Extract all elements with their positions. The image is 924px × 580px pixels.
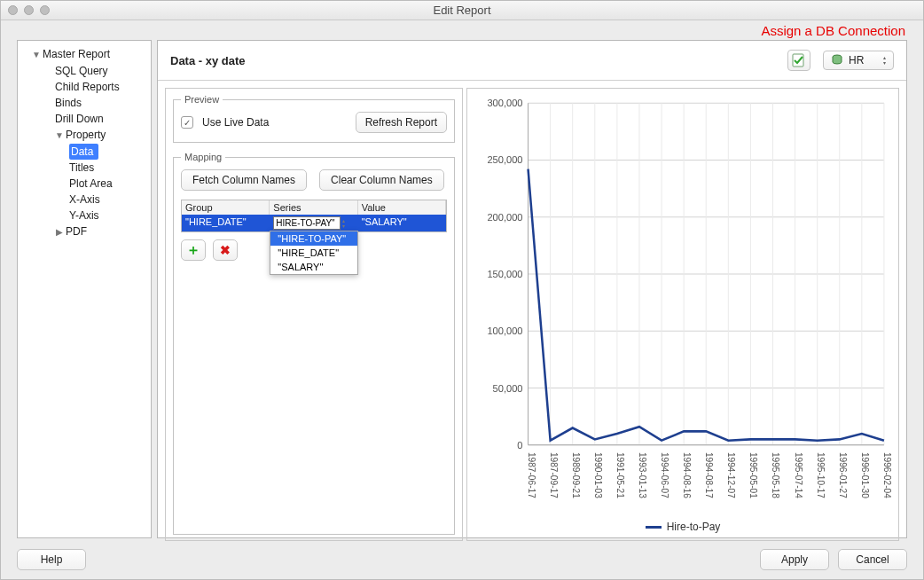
tree-item-label: Data	[69, 144, 98, 160]
tree-item-label: Binds	[55, 97, 82, 109]
minimize-window-icon[interactable]	[24, 5, 34, 15]
mapping-legend: Mapping	[181, 152, 225, 162]
page-title: Data - xy date	[170, 54, 246, 67]
tree-item[interactable]: ▼Master Report	[20, 46, 149, 63]
fetch-column-names-button[interactable]: Fetch Column Names	[181, 169, 307, 191]
svg-text:300,000: 300,000	[487, 98, 522, 108]
svg-text:250,000: 250,000	[487, 154, 522, 165]
chevron-right-icon: ▶	[55, 224, 64, 240]
tree-item[interactable]: ▼Property	[20, 127, 149, 144]
svg-text:1989-09-21: 1989-09-21	[571, 452, 581, 498]
svg-text:0: 0	[517, 440, 522, 451]
series-combo-stepper-icon[interactable]: ▴▾	[342, 218, 345, 229]
main-panel: Data - xy date HR ▴▾	[157, 40, 907, 538]
window-title: Edit Report	[1, 4, 923, 17]
svg-text:1994-06-07: 1994-06-07	[660, 452, 670, 498]
chevron-down-icon: ▼	[32, 47, 41, 63]
column-header-series: Series	[270, 200, 357, 215]
mapping-row-series[interactable]: HIRE-TO-PAY" ▴▾ "HIRE-TO-PAY""HIRE_DATE"…	[270, 215, 357, 231]
dropdown-option[interactable]: "SALARY"	[270, 260, 357, 274]
plus-icon: ＋	[186, 241, 200, 260]
series-combo-input[interactable]: HIRE-TO-PAY"	[273, 216, 341, 230]
preview-group: Preview ✓ Use Live Data Refresh Report	[173, 94, 455, 143]
tree-item[interactable]: Child Reports	[20, 79, 149, 95]
config-pane: Preview ✓ Use Live Data Refresh Report M…	[165, 88, 463, 541]
svg-text:1995-05-01: 1995-05-01	[748, 452, 758, 498]
zoom-window-icon[interactable]	[40, 5, 50, 15]
validate-button[interactable]	[787, 50, 810, 71]
tree-item-label: Plot Area	[69, 177, 113, 190]
svg-text:200,000: 200,000	[487, 212, 522, 223]
window-controls[interactable]	[1, 5, 50, 15]
db-connection-label: HR	[849, 54, 864, 67]
tree-item-label: SQL Query	[55, 65, 108, 77]
legend-swatch-icon	[646, 526, 662, 529]
tree-item[interactable]: Plot Area	[20, 176, 149, 192]
svg-text:1987-09-17: 1987-09-17	[549, 452, 559, 498]
svg-text:50,000: 50,000	[493, 383, 523, 394]
tree-item[interactable]: Binds	[20, 95, 149, 111]
tree-item-label: Y-Axis	[69, 209, 99, 222]
report-tree: ▼Master ReportSQL QueryChild ReportsBind…	[17, 40, 152, 538]
legend-label: Hire-to-Pay	[667, 521, 721, 533]
help-button[interactable]: Help	[17, 549, 86, 570]
series-dropdown[interactable]: "HIRE-TO-PAY""HIRE_DATE""SALARY"	[270, 231, 358, 275]
tree-item[interactable]: Drill Down	[20, 111, 149, 127]
tree-item[interactable]: Data	[20, 144, 149, 160]
line-chart: 050,000100,000150,000200,000250,000300,0…	[473, 94, 893, 517]
svg-text:1995-07-14: 1995-07-14	[794, 452, 803, 498]
mapping-row-value[interactable]: "SALARY"	[358, 215, 446, 231]
svg-text:1993-01-13: 1993-01-13	[638, 452, 647, 498]
cross-icon: ✖	[220, 243, 231, 257]
delete-row-button[interactable]: ✖	[213, 239, 238, 261]
tree-item[interactable]: ▶PDF	[20, 223, 149, 240]
dropdown-option[interactable]: "HIRE_DATE"	[270, 246, 357, 260]
sheet-check-icon	[792, 53, 806, 67]
preview-legend: Preview	[181, 94, 223, 105]
svg-text:1994-12-07: 1994-12-07	[726, 452, 736, 498]
tree-item-label: Drill Down	[55, 113, 104, 125]
refresh-report-button[interactable]: Refresh Report	[356, 112, 447, 133]
chart-legend: Hire-to-Pay	[473, 517, 893, 535]
apply-button[interactable]: Apply	[760, 549, 829, 570]
svg-rect-0	[793, 54, 803, 67]
svg-text:100,000: 100,000	[487, 325, 522, 336]
tree-item[interactable]: X-Axis	[20, 192, 149, 208]
svg-text:1990-01-03: 1990-01-03	[593, 452, 603, 498]
clear-column-names-button[interactable]: Clear Column Names	[319, 169, 444, 191]
window-titlebar: Edit Report	[1, 1, 923, 20]
column-header-value: Value	[358, 200, 446, 215]
dropdown-option[interactable]: "HIRE-TO-PAY"	[270, 231, 357, 246]
tree-item-label: Master Report	[43, 48, 110, 60]
svg-text:1996-01-27: 1996-01-27	[838, 452, 848, 498]
svg-text:1994-08-17: 1994-08-17	[704, 452, 714, 498]
chart-pane: 050,000100,000150,000200,000250,000300,0…	[466, 88, 899, 541]
svg-text:150,000: 150,000	[487, 269, 522, 279]
chevron-down-icon: ▼	[55, 128, 64, 144]
tree-item-label: PDF	[66, 225, 87, 238]
tree-item[interactable]: SQL Query	[20, 63, 149, 79]
use-live-data-label: Use Live Data	[202, 116, 269, 129]
cancel-button[interactable]: Cancel	[838, 549, 907, 570]
tree-item-label: Titles	[69, 161, 94, 174]
use-live-data-checkbox[interactable]: ✓	[181, 116, 193, 129]
svg-text:1991-05-21: 1991-05-21	[615, 452, 625, 498]
svg-text:1996-02-04: 1996-02-04	[882, 452, 892, 498]
svg-text:1987-06-17: 1987-06-17	[527, 452, 536, 498]
db-connection-picker[interactable]: HR ▴▾	[823, 51, 894, 70]
svg-text:1996-01-30: 1996-01-30	[860, 452, 870, 498]
add-row-button[interactable]: ＋	[181, 239, 206, 261]
database-icon	[831, 54, 843, 67]
db-connection-stepper-icon: ▴▾	[883, 55, 886, 66]
svg-text:1994-08-16: 1994-08-16	[682, 452, 692, 498]
annotation-assign-db: Assign a DB Connection	[761, 23, 905, 38]
svg-text:1995-05-18: 1995-05-18	[771, 452, 780, 498]
tree-item[interactable]: Titles	[20, 160, 149, 176]
tree-item[interactable]: Y-Axis	[20, 208, 149, 223]
close-window-icon[interactable]	[8, 5, 18, 15]
svg-text:1995-10-17: 1995-10-17	[816, 452, 826, 498]
tree-item-label: X-Axis	[69, 193, 100, 206]
column-header-group: Group	[182, 200, 270, 215]
mapping-group: Mapping Fetch Column Names Clear Column …	[173, 152, 455, 535]
mapping-row-group[interactable]: "HIRE_DATE"	[182, 215, 270, 231]
